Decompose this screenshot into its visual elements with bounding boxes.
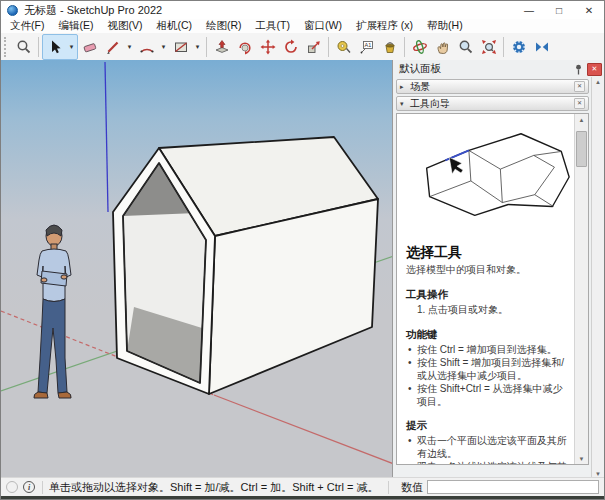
jeans: [38, 299, 67, 393]
menu-window[interactable]: 窗口(W): [297, 19, 349, 33]
section-instructor-close-button[interactable]: ✕: [574, 98, 585, 109]
sketchup-window: 无标题 - SketchUp Pro 2022 — □ ✕ 文件(F) 编辑(E…: [0, 0, 605, 500]
rectangle-tool-dropdown[interactable]: ▾: [192, 36, 203, 58]
menubar: 文件(F) 编辑(E) 视图(V) 相机(C) 绘图(R) 工具(T) 窗口(W…: [1, 19, 604, 33]
rectangle-tool-button[interactable]: [169, 36, 192, 58]
measurements-input[interactable]: [427, 480, 599, 494]
scroll-down-arrow[interactable]: ▼: [579, 453, 585, 464]
minimize-button[interactable]: —: [514, 1, 544, 19]
extension-warehouse-button[interactable]: [530, 36, 553, 58]
section-instructor-label: 工具向导: [410, 97, 574, 111]
move-tool-button[interactable]: [256, 36, 279, 58]
arc-tool-dropdown[interactable]: ▾: [158, 36, 169, 58]
menu-draw[interactable]: 绘图(R): [199, 19, 249, 33]
menu-help[interactable]: 帮助(H): [420, 19, 470, 33]
scale-tool-button[interactable]: [302, 36, 325, 58]
rectangle-icon: [173, 39, 189, 55]
instructor-illustration: [406, 118, 575, 236]
geolocation-status-icon[interactable]: [6, 481, 18, 493]
pan-tool-button[interactable]: [431, 36, 454, 58]
default-tray: 默认面板 ✕ ▸ 场景 ✕ ▾ 工具向导 ✕: [392, 60, 604, 479]
followme-icon: [237, 39, 253, 55]
tray-scrollbar[interactable]: ▲ ▼: [591, 77, 604, 479]
pin-icon[interactable]: [572, 63, 584, 75]
orbit-tool-button[interactable]: [408, 36, 431, 58]
scroll-up-arrow[interactable]: ▲: [579, 114, 585, 125]
tips-list: 双击一个平面以选定该平面及其所有边线。 双击一条边线以选定该边线及与其共享的平面…: [406, 435, 572, 464]
line-tool-dropdown[interactable]: ▾: [124, 36, 135, 58]
menu-tools[interactable]: 工具(T): [249, 19, 297, 33]
instructor-subtitle: 选择模型中的项目和对象。: [406, 263, 572, 277]
zoom-tool-button[interactable]: [454, 36, 477, 58]
toolbar-grip[interactable]: [4, 37, 10, 57]
arc-tool-button[interactable]: [135, 36, 158, 58]
line-tool-button[interactable]: [101, 36, 124, 58]
select-tool-button[interactable]: [43, 36, 66, 58]
menu-file[interactable]: 文件(F): [3, 19, 51, 33]
paint-bucket-tool-button[interactable]: [378, 36, 401, 58]
menu-edit[interactable]: 编辑(E): [51, 19, 100, 33]
info-icon[interactable]: i: [23, 481, 35, 493]
toolbar-separator: [328, 37, 329, 57]
menu-extensions[interactable]: 扩展程序 (x): [349, 19, 420, 33]
instructor-content: 选择工具 选择模型中的项目和对象。 工具操作 1. 点击项目或对象。 功能键 按…: [397, 114, 575, 464]
select-arrow-icon: [47, 39, 63, 55]
instruction-item: 按住 Shift+Ctrl = 从选择集中减少项目。: [406, 383, 572, 408]
tape-measure-tool-button[interactable]: [332, 36, 355, 58]
select-tool-group: ▾: [42, 34, 78, 60]
eraser-tool-button[interactable]: [78, 36, 101, 58]
toolbar-separator: [503, 37, 504, 57]
section-instructor[interactable]: ▾ 工具向导 ✕: [396, 96, 589, 111]
gear-icon: [511, 39, 527, 55]
model-settings-button[interactable]: [507, 36, 530, 58]
main-area: 默认面板 ✕ ▸ 场景 ✕ ▾ 工具向导 ✕: [1, 60, 604, 479]
pushpull-icon: [214, 39, 230, 55]
menu-camera[interactable]: 相机(C): [149, 19, 199, 33]
menu-view[interactable]: 视图(V): [100, 19, 149, 33]
rotate-tool-button[interactable]: [279, 36, 302, 58]
text-tool-button[interactable]: A1: [355, 36, 378, 58]
viewport: [1, 60, 392, 479]
instruction-item: 双击一条边线以选定该边线及与其共享的平面。: [406, 461, 572, 464]
axis-red-positive: [214, 395, 392, 464]
instruction-item: 双击一个平面以选定该平面及其所有边线。: [406, 435, 572, 460]
house-model: [113, 137, 378, 394]
titlebar: 无标题 - SketchUp Pro 2022 — □ ✕: [1, 1, 604, 19]
close-button[interactable]: ✕: [574, 1, 604, 19]
instructor-title: 选择工具: [406, 244, 572, 262]
scrollbar-track[interactable]: [575, 125, 588, 453]
modifier-heading: 功能键: [406, 328, 572, 342]
tray-header: 默认面板 ✕: [393, 60, 604, 77]
followme-tool-button[interactable]: [233, 36, 256, 58]
section-scenes[interactable]: ▸ 场景 ✕: [396, 79, 589, 94]
search-tool-button[interactable]: [12, 36, 35, 58]
operation-heading: 工具操作: [406, 288, 572, 302]
modifier-list: 按住 Ctrl = 增加项目到选择集。 按住 Shift = 增加项目到选择集和…: [406, 344, 572, 409]
zoom-extents-tool-button[interactable]: [477, 36, 500, 58]
zoom-icon: [458, 39, 474, 55]
measurements-label: 数值: [401, 480, 423, 495]
chevron-down-icon: ▾: [400, 100, 410, 108]
status-hint: 单击或拖动以选择对象。Shift = 加/减。Ctrl = 加。Shift + …: [49, 480, 386, 495]
scale-icon: [306, 39, 322, 55]
tray-title: 默认面板: [399, 62, 572, 76]
select-tool-dropdown[interactable]: ▾: [66, 36, 77, 58]
scrollbar-thumb[interactable]: [576, 131, 587, 167]
right-sandal: [58, 392, 71, 398]
toolbar: ▾ ▾ ▾ ▾ A1: [1, 33, 604, 61]
extension-bowtie-icon: [534, 39, 550, 55]
operation-list: 1. 点击项目或对象。: [406, 304, 572, 317]
person-figure: [34, 225, 71, 398]
maximize-button[interactable]: □: [544, 1, 574, 19]
tray-close-button[interactable]: ✕: [587, 63, 602, 76]
viewport-3d-canvas[interactable]: [1, 60, 392, 479]
instruction-item: 按住 Shift = 增加项目到选择集和/或从选择集中减少项目。: [406, 357, 572, 382]
tray-scroll-up-arrow[interactable]: ▲: [595, 79, 601, 85]
orbit-icon: [412, 39, 428, 55]
instructor-scrollbar[interactable]: ▲ ▼: [574, 114, 588, 464]
axis-blue: [105, 62, 108, 212]
section-scenes-close-button[interactable]: ✕: [574, 81, 585, 92]
sketchup-logo: [7, 5, 18, 16]
chevron-right-icon: ▸: [400, 83, 410, 91]
pushpull-tool-button[interactable]: [210, 36, 233, 58]
